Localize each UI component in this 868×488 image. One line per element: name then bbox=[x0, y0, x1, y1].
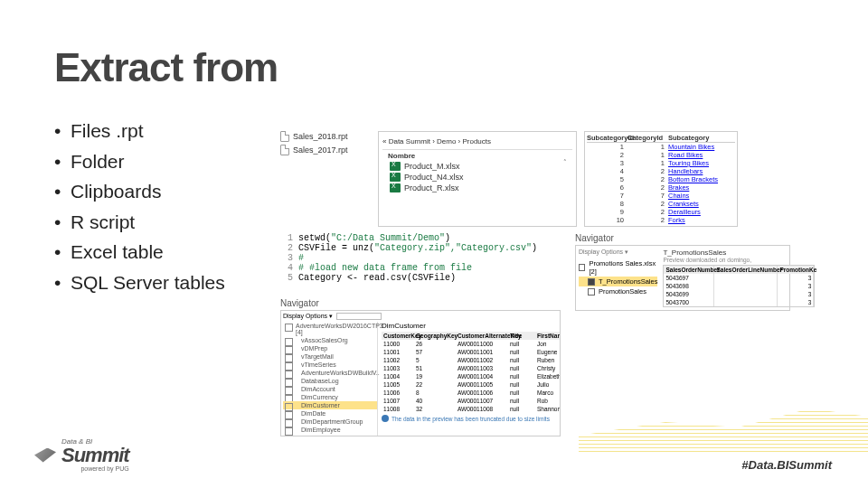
grid-row: 1100740AW00011007nullRobnu bbox=[382, 397, 561, 405]
item-label: PromotionSales bbox=[599, 287, 646, 296]
tree-item[interactable]: DimEmployee bbox=[283, 426, 377, 434]
tree-item[interactable]: DimAccount bbox=[283, 385, 377, 393]
logo-sub: powered by PUG bbox=[61, 465, 129, 472]
tree-item[interactable]: DimCurrency bbox=[283, 393, 377, 401]
checkbox[interactable] bbox=[579, 264, 585, 271]
code-line: 1setwd("C:/Data Summit/Demo") bbox=[280, 233, 570, 243]
name-header: Nombre bbox=[388, 152, 572, 160]
table-row: 11Mountain Bikes bbox=[587, 143, 735, 151]
table-header: SubcategoryId CategoryId Subcategory bbox=[587, 134, 735, 143]
tree-item[interactable]: AdventureWorksDWBuildV.. bbox=[283, 369, 377, 377]
grid-row: 50437003 bbox=[664, 298, 814, 306]
grid-row: 1100419AW00011004nullElizabethnu bbox=[382, 372, 561, 380]
tree-item[interactable]: vTargetMail bbox=[283, 352, 377, 361]
grid-row: 50436993 bbox=[664, 290, 814, 298]
slide-title: Extract from bbox=[54, 45, 814, 90]
grid-row: 1100157AW00011001nullEugeneL bbox=[382, 348, 561, 356]
checkbox[interactable] bbox=[588, 288, 595, 296]
tree-item[interactable]: DimDate bbox=[283, 409, 377, 418]
grid-row: 1100832AW00011008nullShannonC bbox=[382, 405, 561, 413]
table-row: 102Forks bbox=[587, 216, 735, 224]
tree-item[interactable]: DimDepartmentGroup bbox=[283, 418, 377, 426]
excel-icon bbox=[390, 162, 401, 171]
excel-icon bbox=[390, 183, 401, 192]
file-item: Sales_2017.rpt bbox=[280, 145, 371, 155]
tree-item[interactable]: DimCustomer bbox=[283, 401, 377, 409]
breadcrumb: « Data Summit › Demo › Products bbox=[382, 136, 572, 150]
code-line: 2CSVFile = unz("Category.zip","Category.… bbox=[280, 243, 570, 253]
grid-row: 50436973 bbox=[664, 274, 814, 282]
data-preview: DimCustomer CustomerKeyGeographyKeyCusto… bbox=[378, 322, 561, 436]
grid-row: 50436983 bbox=[664, 282, 814, 290]
table-row: 31Touring Bikes bbox=[587, 159, 735, 167]
table-row: 42Handlebars bbox=[587, 167, 735, 175]
folder-item: Product_N4.xlsx bbox=[382, 173, 572, 182]
navigator-title: Navigator bbox=[575, 233, 790, 243]
chevron-up-icon: ˄ bbox=[563, 159, 567, 166]
wing-icon bbox=[34, 448, 56, 463]
table-row: 52Bottom Brackets bbox=[587, 175, 735, 183]
summit-logo: Data & BI Summit powered by PUG bbox=[34, 438, 129, 472]
tree-item[interactable]: DimGeography bbox=[283, 434, 377, 436]
file-name: Product_N4.xlsx bbox=[404, 173, 464, 182]
grid-row: 110025AW00011002nullRubennu bbox=[382, 356, 561, 364]
folder-item: Product_M.xlsx bbox=[382, 162, 572, 171]
table-row: 21Road Bikes bbox=[587, 151, 735, 159]
checkbox-checked[interactable] bbox=[588, 278, 595, 286]
search-input[interactable] bbox=[336, 313, 382, 320]
promo-sub: Preview downloaded on domingo, bbox=[663, 257, 815, 263]
folder-panel: « Data Summit › Demo › Products Nombre ˄… bbox=[378, 131, 577, 227]
table-row: 82Cranksets bbox=[587, 200, 735, 208]
nav-item: Promotions Sales.xlsx [2] bbox=[579, 258, 657, 277]
excel-icon bbox=[390, 173, 401, 182]
navigator-title: Navigator bbox=[280, 298, 561, 308]
r-script: 1setwd("C:/Data Summit/Demo")2CSVFile = … bbox=[280, 233, 570, 283]
tree-item[interactable]: vAssocSalesOrg bbox=[283, 336, 377, 344]
file-list: Sales_2018.rpt Sales_2017.rpt bbox=[280, 131, 371, 227]
table-row: 62Brakes bbox=[587, 183, 735, 192]
file-icon bbox=[280, 145, 289, 155]
table-row: 92Derailleurs bbox=[587, 208, 735, 216]
code-line: 4# #load new data frame from file bbox=[280, 263, 570, 273]
file-name: Sales_2017.rpt bbox=[293, 145, 348, 155]
col-header: PromotionKe bbox=[778, 266, 814, 274]
grid-row: 1100351AW00011003nullChristynu bbox=[382, 364, 561, 372]
navigator-panel-db: Navigator Display Options ▾ AdventureWor… bbox=[280, 298, 561, 436]
logo-main: Summit bbox=[61, 446, 129, 465]
tree-item[interactable]: DatabaseLog bbox=[283, 377, 377, 385]
file-name: Sales_2018.rpt bbox=[293, 132, 348, 141]
nav-item: PromotionSales bbox=[579, 286, 657, 296]
db-tree: AdventureWorksDW2016CTP3 [4] vAssocSales… bbox=[283, 322, 378, 436]
tree-root: AdventureWorksDW2016CTP3 [4] bbox=[283, 322, 377, 336]
table-title: DimCustomer bbox=[382, 322, 561, 330]
folder-item: Product_R.xlsx bbox=[382, 183, 572, 192]
nav-item: T_PromotionsSales bbox=[579, 277, 657, 286]
navigator-panel-excel: Navigator Display Options ▾ Promotions S… bbox=[575, 233, 790, 311]
grid-row: 110068AW00011006nullMarconu bbox=[382, 389, 561, 397]
file-icon bbox=[280, 131, 289, 142]
display-options: Display Options ▾ bbox=[579, 249, 657, 256]
subcategory-table: SubcategoryId CategoryId Subcategory 11M… bbox=[584, 131, 738, 227]
table-row: 77Chains bbox=[587, 192, 735, 200]
col-header: SalesOrderNumber bbox=[664, 266, 714, 274]
file-item: Sales_2018.rpt bbox=[280, 131, 371, 142]
tree-item[interactable]: vTimeSeries bbox=[283, 361, 377, 369]
grid-header: CustomerKeyGeographyKeyCustomerAlternate… bbox=[382, 332, 561, 340]
item-label: T_PromotionsSales bbox=[599, 277, 657, 286]
promo-header: SalesOrderNumber SalesOrderLineNumber Pr… bbox=[664, 266, 814, 274]
col-header: Subcategory bbox=[668, 134, 735, 142]
file-name: Product_R.xlsx bbox=[404, 183, 459, 192]
grid-row: 1100522AW00011005nullJulionu bbox=[382, 380, 561, 389]
preview-note: The data in the preview has been truncat… bbox=[382, 415, 561, 422]
display-options: Display Options ▾ bbox=[283, 313, 333, 320]
promo-title: T_PromotionsSales bbox=[663, 249, 815, 257]
file-name: Product_M.xlsx bbox=[404, 162, 460, 171]
item-label: Promotions Sales.xlsx [2] bbox=[589, 259, 657, 276]
grid-row: 1100026AW00011000nullJonV bbox=[382, 340, 561, 348]
col-header: SubcategoryId bbox=[587, 134, 627, 142]
col-header: CategoryId bbox=[627, 134, 668, 142]
tree-item[interactable]: vDMPrep bbox=[283, 344, 377, 352]
promo-grid: SalesOrderNumber SalesOrderLineNumber Pr… bbox=[663, 265, 815, 307]
hashtag: #Data.BISummit bbox=[741, 458, 832, 472]
decorative-wave bbox=[579, 398, 868, 452]
